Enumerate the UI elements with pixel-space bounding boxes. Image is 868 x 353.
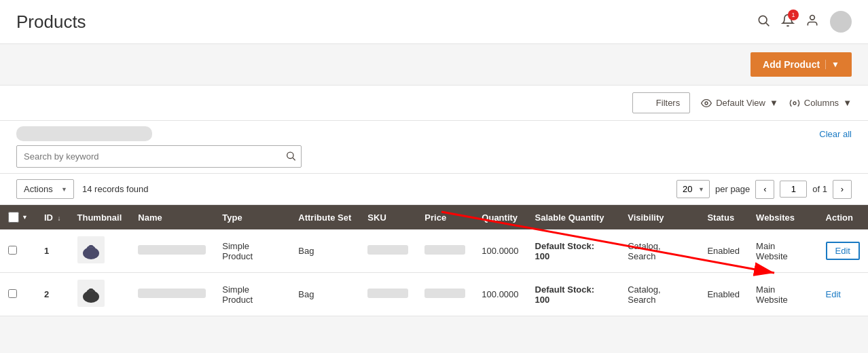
actions-bar: Actions 14 records found 20 per page ‹ o…	[0, 174, 868, 205]
columns-button[interactable]: Columns ▼	[789, 98, 852, 109]
toolbar: Add Product ▼	[0, 44, 868, 86]
prev-page-button[interactable]: ‹	[755, 180, 774, 199]
svg-point-2	[810, 15, 815, 20]
row-quantity: 100.0000	[473, 229, 526, 273]
actions-select[interactable]: Actions	[16, 179, 74, 199]
row-name	[130, 229, 214, 273]
col-header-sku[interactable]: SKU	[359, 205, 416, 229]
filter-tag	[16, 126, 152, 141]
row-salable-quantity: Default Stock: 100	[527, 273, 620, 316]
row-price-blurred	[424, 289, 465, 298]
row-thumbnail	[69, 273, 130, 316]
row-visibility: Catalog, Search	[619, 273, 699, 316]
row-checkbox[interactable]	[8, 246, 17, 255]
col-header-attribute-set[interactable]: Attribute Set	[290, 205, 359, 229]
search-input[interactable]	[16, 145, 302, 168]
col-header-salable-quantity[interactable]: Salable Quantity	[527, 205, 620, 229]
row-price-blurred	[424, 245, 465, 255]
records-found: 14 records found	[82, 184, 149, 194]
notification-icon[interactable]: 1	[781, 14, 795, 31]
add-product-button[interactable]: Add Product ▼	[751, 52, 852, 77]
per-page-label: per page	[715, 184, 750, 194]
col-header-id[interactable]: ID ↓	[36, 205, 69, 229]
col-header-price[interactable]: Price	[416, 205, 473, 229]
row-sku	[359, 273, 416, 316]
col-header-status[interactable]: Status	[699, 205, 748, 229]
filter-tags: Clear all	[16, 126, 852, 141]
columns-chevron-icon: ▼	[843, 98, 852, 108]
col-header-action: Action	[818, 205, 868, 229]
filters-bar: Filters Default View ▼ Columns ▼	[0, 86, 868, 121]
row-attribute-set: Bag	[290, 273, 359, 316]
view-chevron-icon: ▼	[770, 98, 778, 108]
row-id: 1	[36, 229, 69, 273]
thumbnail-image	[77, 236, 105, 263]
row-name-blurred	[138, 289, 206, 298]
products-table: ▼ ID ↓ Thumbnail Name Type Attribute Set…	[0, 205, 868, 316]
avatar[interactable]	[830, 11, 852, 33]
table-header-row: ▼ ID ↓ Thumbnail Name Type Attribute Set…	[0, 205, 868, 229]
row-id: 2	[36, 273, 69, 316]
checkbox-header-col: ▼	[0, 205, 36, 229]
select-dropdown-button[interactable]: ▼	[22, 214, 28, 221]
select-all-checkbox[interactable]	[8, 212, 19, 223]
page-input[interactable]	[780, 181, 807, 198]
search-input-container	[16, 145, 302, 168]
clear-all-link[interactable]: Clear all	[819, 129, 852, 139]
svg-point-11	[83, 291, 99, 303]
row-name	[130, 273, 214, 316]
page-title: Products	[16, 12, 86, 33]
row-visibility: Catalog, Search	[619, 229, 699, 273]
actions-left: Actions 14 records found	[16, 179, 149, 199]
edit-link[interactable]: Edit	[826, 289, 841, 299]
columns-label: Columns	[804, 98, 839, 108]
col-header-name[interactable]: Name	[130, 205, 214, 229]
col-header-thumbnail: Thumbnail	[69, 205, 130, 229]
svg-point-5	[287, 152, 293, 158]
svg-rect-12	[89, 289, 93, 291]
add-product-dropdown-arrow[interactable]: ▼	[825, 60, 839, 69]
actions-select-wrapper: Actions	[16, 179, 74, 199]
filters-label: Filters	[656, 98, 680, 108]
thumbnail-image	[77, 280, 105, 307]
view-button[interactable]: Default View ▼	[701, 98, 778, 109]
search-icon[interactable]	[757, 14, 770, 31]
search-submit-button[interactable]	[285, 150, 296, 163]
row-type: Simple Product	[214, 273, 290, 316]
row-quantity: 100.0000	[473, 273, 526, 316]
row-sku	[359, 229, 416, 273]
svg-point-8	[83, 247, 99, 259]
row-checkbox[interactable]	[8, 289, 17, 298]
row-websites: Main Website	[748, 273, 817, 316]
header-icons: 1	[757, 11, 852, 33]
col-header-type[interactable]: Type	[214, 205, 290, 229]
notification-badge: 1	[788, 10, 799, 20]
table-container: ▼ ID ↓ Thumbnail Name Type Attribute Set…	[0, 205, 868, 316]
table-row: 2 Simple ProductBag100.0000Default Stock…	[0, 273, 868, 316]
pagination: 20 per page ‹ of 1 ›	[676, 180, 852, 199]
user-icon[interactable]	[806, 14, 819, 31]
row-action: Edit	[818, 229, 868, 273]
per-page-select[interactable]: 20	[676, 180, 710, 198]
svg-line-6	[293, 157, 295, 160]
col-header-websites[interactable]: Websites	[748, 205, 817, 229]
svg-line-1	[766, 22, 770, 26]
row-sku-blurred	[367, 245, 408, 255]
page-header: Products 1	[0, 0, 868, 44]
row-attribute-set: Bag	[290, 229, 359, 273]
view-label: Default View	[716, 98, 765, 108]
row-status: Enabled	[699, 229, 748, 273]
col-header-quantity[interactable]: Quantity	[473, 205, 526, 229]
row-salable-quantity: Default Stock: 100	[527, 229, 620, 273]
search-bar: Clear all	[0, 121, 868, 174]
svg-point-4	[793, 102, 796, 105]
col-header-visibility[interactable]: Visibility	[619, 205, 699, 229]
row-thumbnail	[69, 229, 130, 273]
next-page-button[interactable]: ›	[833, 180, 852, 199]
svg-rect-9	[89, 245, 93, 247]
of-pages-label: of 1	[812, 184, 827, 194]
row-name-blurred	[138, 245, 206, 255]
row-price	[416, 229, 473, 273]
edit-button[interactable]: Edit	[826, 242, 860, 260]
filters-button[interactable]: Filters	[632, 92, 690, 113]
